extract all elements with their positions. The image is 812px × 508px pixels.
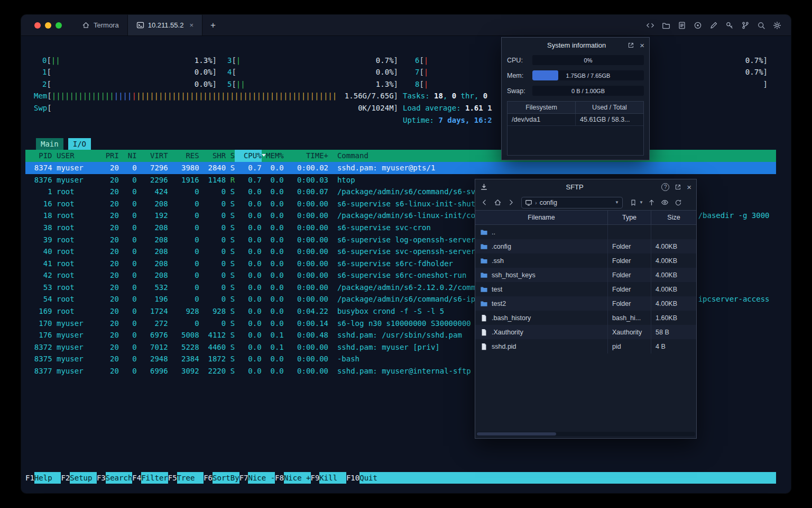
mem-label: Mem: [507,72,532,79]
chevron-down-icon[interactable]: ▼ [615,200,619,205]
bookmark-icon[interactable] [629,197,638,208]
close-window-button[interactable] [34,22,41,29]
column-header-cpu[interactable]: CPU% [235,150,262,162]
folder-icon [479,300,488,308]
pencil-icon[interactable] [709,21,718,30]
file-name: .. [492,229,495,236]
path-segment[interactable]: config [540,199,557,206]
file-row-.Xauthority[interactable]: .XauthorityXauthority58 B [475,325,696,339]
fkey-f4[interactable]: F4 [132,472,141,484]
file-row-ssh_host_keys[interactable]: ssh_host_keysFolder4.00KB [475,268,696,282]
new-tab-button[interactable]: + [202,15,224,35]
process-row-8374[interactable]: 8374myuser200729639802840S0.70.00:00.02s… [25,162,776,174]
branch-icon[interactable] [741,21,750,30]
htop-tab-i-o[interactable]: I/O [68,138,91,150]
back-icon[interactable] [479,197,489,208]
column-header-pid[interactable]: PID [25,150,52,162]
column-header-ni[interactable]: NI [119,150,137,162]
tab-ssh-host[interactable]: 10.211.55.2 × [127,15,202,35]
fkey-action-sortby[interactable]: SortBy [213,472,239,484]
forward-icon[interactable] [506,197,515,208]
key-icon[interactable] [725,21,734,30]
close-panel-icon[interactable]: × [687,183,691,191]
open-in-window-icon[interactable] [628,42,634,49]
folder-icon [479,242,488,251]
fkey-action-tree[interactable]: Tree [177,472,204,484]
fkey-action-kill[interactable]: Kill [319,472,346,484]
file-row-test2[interactable]: test2Folder4.00KB [475,296,696,311]
file-name: .ssh [492,257,504,265]
swap-label: Swap: [507,87,532,95]
file-row-.config[interactable]: .configFolder4.00KB [475,239,696,253]
fkey-action-nice[interactable]: Nice - [248,472,275,484]
settings-icon[interactable] [773,21,781,30]
home-icon[interactable] [493,197,502,208]
record-icon[interactable] [694,21,702,30]
file-row-.bash_history[interactable]: .bash_historybash_hi...1.60KB [475,311,696,325]
fkey-f1[interactable]: F1 [25,472,34,484]
tab-termora[interactable]: Termora [73,15,127,35]
file-column-size[interactable]: Size [651,211,696,224]
file-column-filename[interactable]: Filename [475,211,607,224]
column-header-s[interactable]: S [226,150,235,162]
fkey-f6[interactable]: F6 [204,472,213,484]
fkey-f7[interactable]: F7 [239,472,248,484]
show-hidden-icon[interactable] [660,197,670,208]
fs-column-filesystem: Filesystem [508,102,575,113]
column-header-user[interactable]: USER [57,150,97,162]
fkey-action-quit[interactable]: Quit [359,472,386,484]
column-header-pri[interactable]: PRI [97,150,119,162]
file-name: test [492,286,502,293]
file-size: 4.00KB [651,253,696,268]
column-header-time[interactable]: TIME+ [284,150,328,162]
path-input[interactable]: › config ▼ [521,197,623,208]
fkey-f8[interactable]: F8 [275,472,284,484]
process-table-header[interactable]: PIDUSERPRINIVIRTRESSHRSCPU%MEM%TIME+Comm… [25,150,776,162]
fkey-f10[interactable]: F10 [346,472,359,484]
load-average: Load average: 1.61 1 [403,102,492,114]
swap-usage-bar: 0 B / 1.00GB [532,86,644,96]
file-row-test[interactable]: testFolder4.00KB [475,282,696,296]
fkey-action-help[interactable]: Help [34,472,61,484]
folder-icon[interactable] [662,21,670,30]
close-tab-icon[interactable]: × [189,21,193,29]
fkey-f2[interactable]: F2 [61,472,70,484]
fkey-action-nice+[interactable]: Nice + [284,472,311,484]
fkey-action-setup[interactable]: Setup [70,472,97,484]
file-row-sshd.pid[interactable]: sshd.pidpid4 B [475,339,696,353]
file-column-type[interactable]: Type [607,211,651,224]
home-icon [82,21,90,29]
code-icon[interactable] [646,21,654,30]
cpu-usage-bar: 0% [532,55,644,65]
file-row-..[interactable]: .. [475,225,696,239]
horizontal-scrollbar[interactable] [476,432,695,436]
scrollbar-thumb[interactable] [477,432,556,436]
htop-tab-main[interactable]: Main [36,138,63,150]
cpu-meter-4: 4[0.0%] [227,66,398,78]
column-header-shr[interactable]: SHR [199,150,226,162]
fkey-f5[interactable]: F5 [168,472,177,484]
filesystem-row[interactable]: /dev/vda145.61GB / 58.3... [508,114,643,126]
minimize-window-button[interactable] [45,22,51,29]
fkey-f3[interactable]: F3 [97,472,106,484]
path-separator: › [535,199,537,206]
zoom-window-button[interactable] [56,22,62,29]
file-row-.ssh[interactable]: .sshFolder4.00KB [475,253,696,268]
bookmark-dropdown-icon[interactable]: ▼ [639,200,643,205]
up-directory-icon[interactable] [647,197,657,208]
help-icon[interactable]: ? [661,183,669,191]
column-header-res[interactable]: RES [168,150,199,162]
transfers-download-icon[interactable] [480,183,488,191]
column-header-virt[interactable]: VIRT [137,150,168,162]
fkey-f9[interactable]: F9 [311,472,320,484]
cpu-meter-5: 5[||1.3%] [227,78,398,90]
sort-indicator-icon [262,154,266,159]
close-panel-icon[interactable]: × [640,41,644,49]
fkey-action-filter[interactable]: Filter [141,472,168,484]
refresh-icon[interactable] [673,197,683,208]
search-icon[interactable] [757,21,765,30]
log-icon[interactable] [678,21,686,30]
htop-screen-tabs: MainI/O [25,138,776,150]
fkey-action-search[interactable]: Search [106,472,133,484]
open-in-window-icon[interactable] [675,184,681,190]
